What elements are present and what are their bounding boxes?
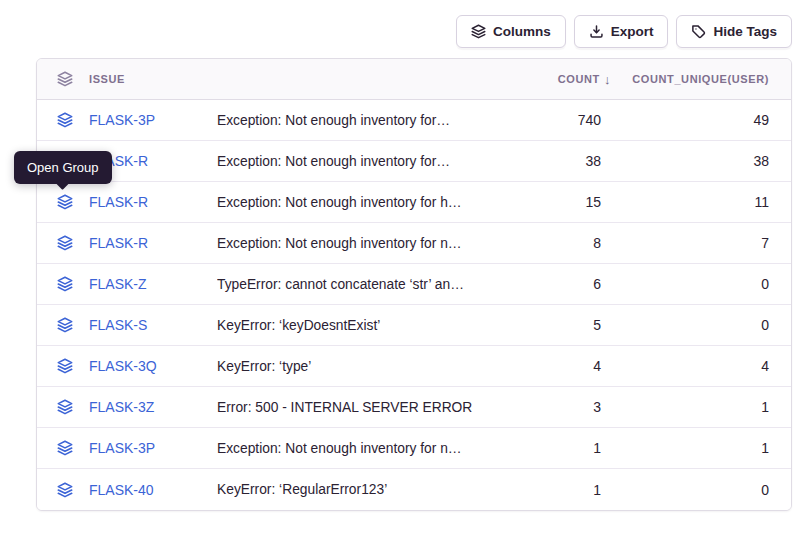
count-cell: 15	[519, 194, 615, 210]
table-row: FLASK-3Z Error: 500 - INTERNAL SERVER ER…	[37, 387, 791, 428]
count-cell: 8	[519, 235, 615, 251]
layers-icon	[57, 71, 73, 87]
count-unique-cell: 0	[615, 276, 792, 292]
columns-button[interactable]: Columns	[456, 15, 566, 48]
table-row: FLASK-S KeyError: ‘keyDoesntExist’ 5 0	[37, 305, 791, 346]
issue-description: TypeError: cannot concatenate ‘str’ an…	[217, 277, 519, 292]
count-unique-cell: 38	[615, 153, 792, 169]
issue-link[interactable]: FLASK-3Z	[89, 399, 217, 415]
issue-description: Exception: Not enough inventory for…	[217, 113, 519, 128]
issue-description: Exception: Not enough inventory for n…	[217, 441, 519, 456]
open-group-tooltip: Open Group	[14, 151, 112, 184]
layers-icon[interactable]	[57, 440, 73, 456]
tag-icon	[691, 24, 706, 39]
table-row: FLASK-3P Exception: Not enough inventory…	[37, 100, 791, 141]
issues-table: ISSUE COUNT ↓ COUNT_UNIQUE(USER) FLASK-3…	[36, 58, 792, 511]
hide-tags-button-label: Hide Tags	[713, 24, 777, 39]
layers-icon[interactable]	[57, 358, 73, 374]
issue-description: Exception: Not enough inventory for h…	[217, 195, 519, 210]
download-icon	[589, 24, 604, 39]
count-unique-cell: 49	[615, 112, 792, 128]
issue-description: Exception: Not enough inventory for…	[217, 154, 519, 169]
layers-icon[interactable]	[57, 235, 73, 251]
count-unique-cell: 11	[615, 194, 792, 210]
count-unique-cell: 1	[615, 440, 792, 456]
issue-link[interactable]: FLASK-3P	[89, 440, 217, 456]
column-header-count[interactable]: COUNT ↓	[519, 72, 615, 87]
table-header-row: ISSUE COUNT ↓ COUNT_UNIQUE(USER)	[37, 59, 791, 100]
table-row: FLASK-3Q KeyError: ‘type’ 4 4	[37, 346, 791, 387]
count-cell: 3	[519, 399, 615, 415]
count-unique-cell: 7	[615, 235, 792, 251]
layers-icon[interactable]	[57, 317, 73, 333]
open-group-tooltip-label: Open Group	[27, 160, 99, 175]
table-row: FLASK-40 KeyError: ‘RegularError123’ 1 0	[37, 469, 791, 510]
count-cell: 6	[519, 276, 615, 292]
issue-link[interactable]: FLASK-40	[89, 482, 217, 498]
layers-icon[interactable]	[57, 112, 73, 128]
issue-link[interactable]: FLASK-3Q	[89, 358, 217, 374]
issue-description: Exception: Not enough inventory for n…	[217, 236, 519, 251]
table-row: FLASK-R Exception: Not enough inventory …	[37, 182, 791, 223]
issue-link[interactable]: FLASK-R	[89, 194, 217, 210]
count-unique-cell: 4	[615, 358, 792, 374]
count-cell: 1	[519, 440, 615, 456]
count-cell: 4	[519, 358, 615, 374]
count-unique-cell: 0	[615, 482, 792, 498]
issue-description: KeyError: ‘keyDoesntExist’	[217, 318, 519, 333]
issue-link[interactable]: FLASK-3P	[89, 112, 217, 128]
issue-description: KeyError: ‘type’	[217, 359, 519, 374]
layers-icon[interactable]	[57, 194, 73, 210]
header-icon-cell	[37, 71, 89, 87]
export-button-label: Export	[611, 24, 654, 39]
column-header-count-label: COUNT	[558, 73, 600, 85]
table-row: FLASK-3P Exception: Not enough inventory…	[37, 428, 791, 469]
sort-descending-icon: ↓	[604, 72, 611, 87]
columns-button-label: Columns	[493, 24, 551, 39]
count-unique-cell: 1	[615, 399, 792, 415]
count-cell: 38	[519, 153, 615, 169]
layers-icon[interactable]	[57, 399, 73, 415]
layers-icon[interactable]	[57, 482, 73, 498]
count-cell: 1	[519, 482, 615, 498]
table-row: FLASK-Z TypeError: cannot concatenate ‘s…	[37, 264, 791, 305]
layers-icon[interactable]	[57, 276, 73, 292]
column-header-issue[interactable]: ISSUE	[89, 73, 519, 85]
count-cell: 740	[519, 112, 615, 128]
table-row: FLASK-R Exception: Not enough inventory …	[37, 141, 791, 182]
toolbar: Columns Export Hide Tags	[456, 15, 792, 48]
issue-description: Error: 500 - INTERNAL SERVER ERROR	[217, 400, 519, 415]
column-header-count-unique[interactable]: COUNT_UNIQUE(USER)	[615, 73, 792, 85]
layers-icon	[471, 24, 486, 39]
issue-link[interactable]: FLASK-R	[89, 235, 217, 251]
table-row: FLASK-R Exception: Not enough inventory …	[37, 223, 791, 264]
issue-link[interactable]: FLASK-S	[89, 317, 217, 333]
hide-tags-button[interactable]: Hide Tags	[676, 15, 792, 48]
count-cell: 5	[519, 317, 615, 333]
export-button[interactable]: Export	[574, 15, 669, 48]
count-unique-cell: 0	[615, 317, 792, 333]
issue-description: KeyError: ‘RegularError123’	[217, 482, 519, 497]
issue-link[interactable]: FLASK-Z	[89, 276, 217, 292]
